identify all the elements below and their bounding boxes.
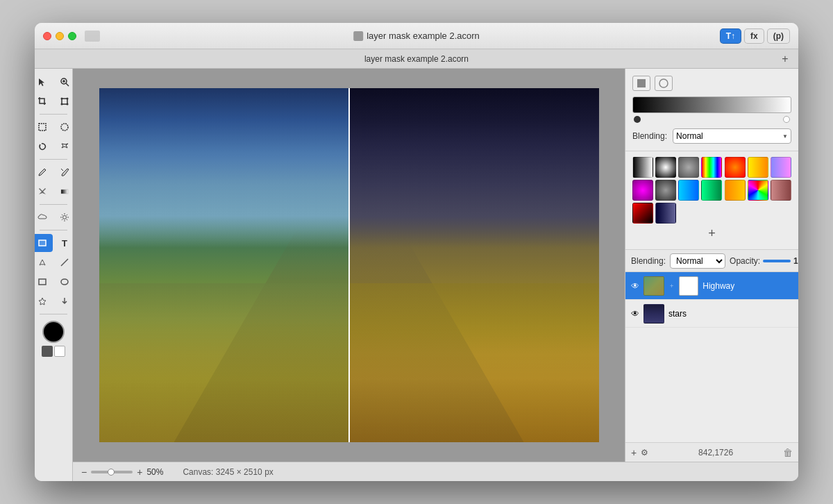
layer-name-stars: stars (668, 309, 793, 319)
shape-rect-tool[interactable] (35, 273, 53, 291)
svg-rect-26 (637, 79, 646, 87)
layer-thumbnail-highway (643, 276, 664, 296)
add-layer-button[interactable]: + (631, 447, 637, 458)
text-tool-button[interactable]: T↑ (720, 28, 741, 44)
gradient-square-button[interactable] (632, 76, 650, 91)
preset-dark-blue[interactable] (655, 203, 676, 224)
pen-tool[interactable] (35, 253, 53, 271)
p-button[interactable]: (p) (767, 28, 790, 44)
delete-layer-button[interactable]: 🗑 (783, 447, 793, 458)
rect-select-tool[interactable] (35, 118, 53, 136)
layers-blending-row: Blending: Normal (631, 253, 725, 269)
svg-line-11 (61, 169, 63, 171)
preset-radial-gray2[interactable] (655, 180, 676, 201)
panel-right: Blending: Normal (625, 69, 798, 462)
shape-ellipse-tool[interactable] (54, 273, 75, 291)
crop-tool[interactable] (35, 92, 53, 110)
gradient-bar[interactable] (632, 96, 791, 113)
gradient-blending-label: Blending: (632, 131, 667, 141)
main-content: T (35, 69, 798, 481)
foreground-color[interactable] (42, 321, 65, 343)
layers-blending-label: Blending: (631, 256, 666, 266)
rectangle-tool[interactable] (35, 234, 53, 252)
preset-red-black[interactable] (632, 203, 653, 224)
tabbar: layer mask example 2.acorn + (35, 49, 798, 69)
opacity-label: Opacity: (730, 256, 760, 266)
preset-yellow-orange[interactable] (748, 157, 768, 178)
canvas-area[interactable] (73, 69, 625, 462)
preset-warm-brown[interactable] (771, 180, 791, 201)
document-icon (353, 31, 363, 41)
layers-section: Blending: Normal Opacity: 100 (625, 250, 798, 462)
svg-rect-22 (39, 240, 46, 246)
svg-point-8 (67, 103, 69, 106)
paintbrush-tool[interactable] (35, 163, 53, 181)
preset-blue-purple[interactable] (771, 157, 791, 178)
new-tab-button[interactable]: + (779, 53, 791, 65)
preset-multi-angle[interactable] (748, 180, 768, 201)
tab-title[interactable]: layer mask example 2.acorn (364, 54, 469, 64)
sun-tool[interactable] (54, 208, 75, 226)
gradient-stop-black[interactable] (634, 116, 641, 123)
layer-visibility-highway[interactable]: 👁 (631, 281, 639, 291)
gradient-tool[interactable] (54, 183, 75, 201)
star-tool[interactable] (35, 292, 53, 310)
gradient-blending-select[interactable]: Normal (673, 128, 791, 144)
presets-grid (632, 157, 791, 201)
preset-rainbow[interactable] (701, 157, 722, 178)
svg-line-1 (66, 83, 69, 86)
layer-item-highway[interactable]: 👁 + Highway (625, 272, 798, 300)
titlebar-actions: T↑ fx (p) (720, 28, 790, 44)
zoom-controls: − + 50% (80, 467, 169, 478)
preset-radial-orange[interactable] (725, 157, 746, 178)
lasso-tool[interactable] (35, 137, 53, 156)
layer-item-stars[interactable]: 👁 stars (625, 300, 798, 328)
vector-brush-tool[interactable] (54, 163, 75, 181)
canvas-divider (348, 88, 350, 442)
maximize-button[interactable] (68, 32, 76, 40)
text-tool[interactable]: T (54, 234, 75, 252)
cloud-tool[interactable] (35, 208, 53, 226)
zoom-in-button[interactable]: + (135, 467, 144, 478)
minimize-button[interactable] (56, 32, 64, 40)
ellipse-select-tool[interactable] (54, 118, 75, 136)
layers-blending-select[interactable]: Normal (670, 253, 725, 269)
preset-radial-gray[interactable] (678, 157, 699, 178)
preset-add-button[interactable]: + (632, 224, 791, 244)
layers-toolbar: Blending: Normal Opacity: 100 (625, 250, 798, 272)
background-color[interactable] (54, 346, 65, 357)
svg-line-23 (61, 259, 68, 266)
select-tool[interactable] (35, 73, 53, 91)
preset-radial-wb[interactable] (655, 157, 676, 178)
fill-tool[interactable] (35, 183, 53, 201)
preset-green-teal[interactable] (701, 180, 722, 201)
layer-thumbnail-stars (643, 304, 664, 324)
preset-radial-purple[interactable] (632, 180, 653, 201)
svg-point-27 (659, 79, 668, 87)
gradient-stop-white[interactable] (783, 116, 790, 123)
opacity-slider[interactable] (763, 260, 791, 262)
zoom-slider[interactable] (91, 471, 133, 473)
preset-cyan-blue[interactable] (678, 180, 699, 201)
gradient-circle-button[interactable] (655, 76, 673, 91)
svg-line-20 (67, 215, 67, 215)
layer-settings-button[interactable]: ⚙ (641, 448, 648, 457)
close-button[interactable] (43, 32, 51, 40)
zoom-tool[interactable] (54, 73, 75, 91)
magic-lasso-tool[interactable] (54, 137, 75, 156)
preset-gold-yellow[interactable] (725, 180, 746, 201)
preset-bw-linear[interactable] (632, 157, 653, 178)
transform-tool[interactable] (54, 92, 75, 110)
svg-point-13 (63, 216, 67, 219)
arrow-tool[interactable] (54, 292, 75, 310)
layer-visibility-stars[interactable]: 👁 (631, 309, 639, 319)
layer-mask-highway[interactable] (679, 276, 698, 296)
swap-colors-button[interactable] (42, 346, 53, 357)
sidebar-toggle-button[interactable] (85, 31, 100, 42)
fx-button[interactable]: fx (744, 28, 764, 44)
zoom-out-button[interactable]: − (80, 467, 88, 478)
svg-point-25 (61, 279, 68, 285)
canvas-info: Canvas: 3245 × 2510 px (183, 467, 273, 477)
toolbar-left: T (35, 69, 73, 481)
line-tool[interactable] (54, 253, 75, 271)
